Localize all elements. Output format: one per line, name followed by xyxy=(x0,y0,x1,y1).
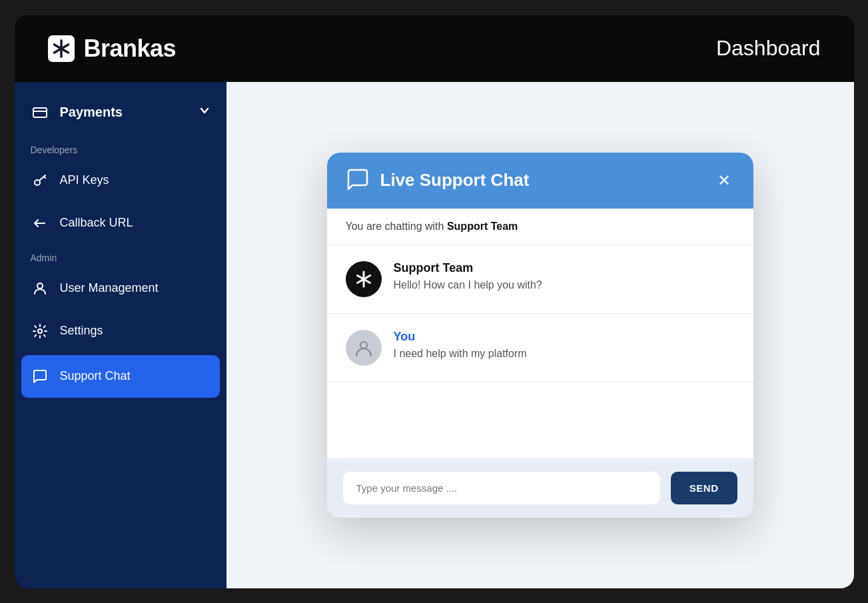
svg-rect-4 xyxy=(33,108,47,117)
user-message-text: I need help with my platform xyxy=(394,348,527,360)
dashboard-title: Dashboard xyxy=(716,36,821,61)
svg-point-15 xyxy=(360,342,367,348)
brand-name: Brankas xyxy=(84,35,177,63)
chat-header-icon xyxy=(346,167,370,194)
api-keys-icon xyxy=(31,171,49,190)
support-message-body: Support Team Hello! How can I help you w… xyxy=(394,261,542,291)
svg-point-11 xyxy=(38,329,42,333)
app-container: Brankas Dashboard Payments xyxy=(15,15,854,588)
chat-send-button[interactable]: SEND xyxy=(671,472,737,504)
svg-point-10 xyxy=(37,283,43,289)
chat-widget: Live Support Chat ✕ You are chatting wit… xyxy=(327,153,753,518)
settings-label: Settings xyxy=(60,324,103,338)
api-keys-label: API Keys xyxy=(60,173,109,187)
header-logo: Brankas xyxy=(48,35,177,63)
user-sender-name: You xyxy=(394,330,527,344)
support-sender-name: Support Team xyxy=(394,261,542,275)
sidebar-item-payments[interactable]: Payments xyxy=(15,89,226,137)
chat-subtitle: You are chatting with Support Team xyxy=(327,209,753,245)
brankas-logo-icon xyxy=(48,35,75,62)
user-message-body: You I need help with my platform xyxy=(394,330,527,360)
developers-section-label: Developers xyxy=(15,137,226,159)
callback-url-label: Callback URL xyxy=(60,216,133,230)
sidebar-item-settings[interactable]: Settings xyxy=(15,310,226,352)
right-content: Live Support Chat ✕ You are chatting wit… xyxy=(226,82,854,588)
callback-url-icon xyxy=(31,214,49,233)
support-message-text: Hello! How can I help you with? xyxy=(394,279,542,291)
payments-label: Payments xyxy=(60,105,123,120)
sidebar-item-api-keys[interactable]: API Keys xyxy=(15,159,226,202)
user-management-icon xyxy=(31,279,49,298)
chat-header-title: Live Support Chat xyxy=(380,170,703,191)
chat-messages: Support Team Hello! How can I help you w… xyxy=(327,245,753,458)
svg-line-8 xyxy=(44,177,45,178)
chevron-down-icon xyxy=(199,105,211,120)
sidebar-item-support-chat[interactable]: Support Chat xyxy=(21,355,220,398)
chat-message-support: Support Team Hello! How can I help you w… xyxy=(327,245,753,314)
chat-input-area: SEND xyxy=(327,458,753,518)
user-management-label: User Management xyxy=(60,281,159,295)
settings-icon xyxy=(31,322,49,340)
chat-subtitle-text: You are chatting with xyxy=(346,221,444,232)
support-chat-icon xyxy=(31,367,49,386)
header: Brankas Dashboard xyxy=(15,15,854,82)
admin-section-label: Admin xyxy=(15,245,226,267)
sidebar: Payments Developers xyxy=(15,82,226,588)
support-avatar xyxy=(346,261,382,297)
payments-icon xyxy=(31,103,49,122)
sidebar-item-callback-url[interactable]: Callback URL xyxy=(15,202,226,245)
sidebar-item-user-management[interactable]: User Management xyxy=(15,267,226,310)
user-avatar xyxy=(346,330,382,366)
chat-close-button[interactable]: ✕ xyxy=(713,170,735,191)
main-content: Payments Developers xyxy=(15,82,854,588)
support-chat-label: Support Chat xyxy=(60,369,131,383)
chat-message-user: You I need help with my platform xyxy=(327,314,753,382)
chat-header: Live Support Chat ✕ xyxy=(327,153,753,209)
chat-message-input[interactable] xyxy=(343,472,660,504)
chat-subtitle-team: Support Team xyxy=(447,221,518,232)
